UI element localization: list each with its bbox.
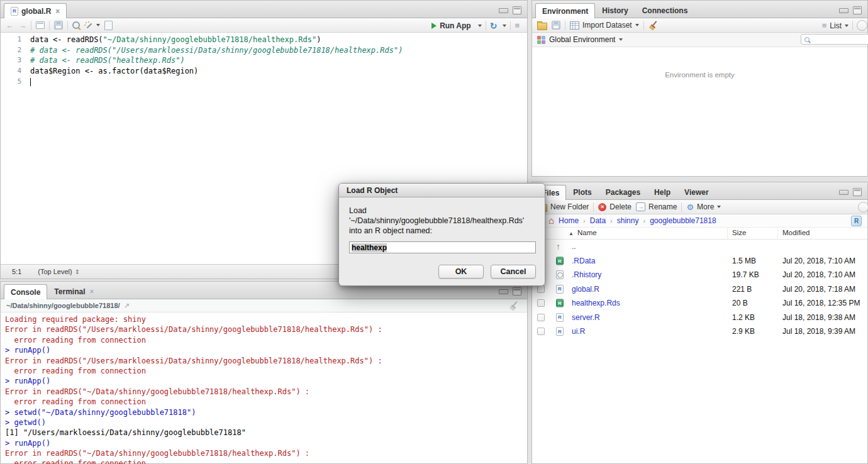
file-name-link[interactable]: global.R	[572, 285, 599, 294]
r-project-icon[interactable]	[851, 216, 862, 226]
object-name-input[interactable]: healthexp	[349, 241, 536, 253]
files-column-headers: ▲ Name Size Modified	[532, 228, 867, 240]
code-line[interactable]: 4data$Region <- as.factor(data$Region)	[1, 66, 527, 77]
breadcrumb-data[interactable]: Data	[590, 216, 606, 225]
clear-console-icon[interactable]	[509, 301, 518, 310]
minimize-icon[interactable]	[499, 289, 508, 294]
list-icon: ≡	[822, 21, 827, 30]
document-outline-icon[interactable]: ≡	[515, 21, 520, 30]
breadcrumb-home[interactable]: Home	[559, 216, 579, 225]
import-table-icon	[570, 21, 579, 30]
search-icon[interactable]	[72, 21, 80, 29]
ok-button[interactable]: OK	[438, 265, 484, 279]
environment-search-input[interactable]	[801, 34, 868, 45]
rename-button[interactable]: Rename	[636, 202, 677, 211]
scope-selector[interactable]: (Top Level) ⇕	[38, 268, 80, 275]
tab-plots[interactable]: Plots	[566, 185, 598, 199]
rstudio-window: { "colors": { "error_red": "#b32424", "c…	[0, 0, 868, 464]
back-icon[interactable]: ←	[6, 21, 14, 30]
cursor-position: 5:1	[12, 268, 21, 275]
file-row[interactable]: Rhealthexp.Rds20 BJul 16, 2018, 12:35 PM	[532, 296, 867, 311]
list-view-button[interactable]: ≡ List	[822, 21, 849, 30]
gear-icon: ⚙	[686, 203, 694, 211]
tab-history[interactable]: History	[595, 3, 635, 18]
console-line: error reading from connection	[5, 458, 527, 464]
tab-connections[interactable]: Connections	[635, 3, 695, 18]
code-line[interactable]: 5	[1, 77, 527, 87]
maximize-icon[interactable]	[853, 188, 862, 196]
file-row[interactable]: .Rhistory19.7 KBJul 20, 2018, 7:10 AM	[532, 268, 867, 282]
file-row[interactable]: Rserver.R1.2 KBJul 18, 2018, 9:38 AM	[532, 311, 867, 325]
code-line[interactable]: 3# data <- readRDS("healthexp.Rds")	[1, 55, 527, 66]
close-icon[interactable]: ×	[89, 287, 94, 296]
code-tools-button[interactable]	[84, 21, 100, 30]
file-name-link[interactable]: ..	[572, 242, 576, 251]
open-directory-icon[interactable]: ↗	[124, 302, 130, 310]
run-app-button[interactable]: Run App	[431, 21, 482, 30]
file-row[interactable]: R.RData1.5 MBJul 20, 2018, 7:10 AM	[532, 254, 867, 268]
import-dataset-button[interactable]: Import Dataset	[570, 21, 639, 30]
column-header-name[interactable]: Name	[577, 229, 597, 236]
open-in-new-window-icon[interactable]	[36, 21, 45, 29]
more-button[interactable]: ⚙ More	[686, 202, 721, 211]
close-icon[interactable]: ×	[55, 7, 60, 16]
file-checkbox[interactable]	[537, 328, 545, 335]
chevron-down-icon	[717, 206, 721, 208]
refresh-icon[interactable]	[858, 202, 868, 213]
column-header-size[interactable]: Size	[732, 229, 746, 236]
column-header-modified[interactable]: Modified	[782, 229, 810, 236]
file-name-link[interactable]: .Rhistory	[572, 270, 601, 279]
breadcrumb-googlebubble[interactable]: googlebubble71818	[650, 216, 716, 225]
console-line: [1] "/Users/markloessi/Data/shinny/googl…	[5, 428, 527, 438]
code-editor[interactable]: 1data <- readRDS("~/Data/shinny/googlebu…	[1, 33, 527, 87]
tab-terminal[interactable]: Terminal ×	[47, 284, 101, 299]
tab-environment[interactable]: Environment	[535, 3, 595, 18]
forward-icon[interactable]: →	[18, 21, 26, 30]
file-row[interactable]: ↑..	[532, 240, 867, 254]
save-icon[interactable]	[54, 21, 63, 30]
file-row[interactable]: Rui.R2.9 KBJul 18, 2018, 9:39 AM	[532, 324, 867, 339]
files-window-buttons	[839, 188, 862, 196]
file-checkbox[interactable]	[537, 314, 545, 321]
console-output[interactable]: Loading required package: shinyError in …	[1, 312, 527, 464]
tab-global-r[interactable]: R global.R ×	[4, 3, 67, 18]
sort-ascending-icon[interactable]: ▲	[569, 231, 574, 236]
tab-viewer[interactable]: Viewer	[677, 185, 715, 199]
tab-help[interactable]: Help	[647, 185, 677, 199]
maximize-icon[interactable]	[513, 6, 521, 14]
clear-environment-icon[interactable]	[648, 21, 658, 30]
file-row[interactable]: Rglobal.R221 BJul 20, 2018, 7:18 AM	[532, 282, 867, 297]
delete-button[interactable]: Delete	[598, 202, 632, 211]
file-checkbox[interactable]	[537, 285, 545, 293]
rerun-button[interactable]: ↻	[490, 21, 507, 30]
file-name-link[interactable]: server.R	[572, 313, 600, 322]
file-name-link[interactable]: ui.R	[572, 327, 585, 336]
environment-scope-selector[interactable]: Global Environment	[549, 35, 615, 44]
code-line[interactable]: 2# data <- readRDS("/Users/markloessi/Da…	[1, 45, 527, 56]
file-name-link[interactable]: .RData	[572, 257, 595, 265]
file-checkbox[interactable]	[537, 299, 545, 307]
refresh-icon[interactable]	[857, 20, 867, 31]
maximize-icon[interactable]	[853, 6, 862, 14]
dialog-title[interactable]: Load R Object	[339, 184, 545, 197]
minimize-icon[interactable]	[839, 8, 849, 13]
up-directory-icon: ↑	[556, 241, 560, 251]
load-workspace-icon[interactable]	[537, 23, 547, 30]
dialog-message-line: '~/Data/shinny/googlebubble71818/healthe…	[349, 216, 535, 226]
minimize-icon[interactable]	[839, 190, 849, 195]
compile-notebook-icon[interactable]	[104, 21, 113, 30]
code-line[interactable]: 1data <- readRDS("~/Data/shinny/googlebu…	[1, 35, 527, 45]
tab-console[interactable]: Console	[4, 284, 47, 299]
file-size: 221 B	[732, 285, 752, 294]
tab-packages[interactable]: Packages	[599, 185, 647, 199]
line-number: 1	[1, 35, 30, 45]
file-name-link[interactable]: healthexp.Rds	[572, 299, 620, 307]
cancel-button[interactable]: Cancel	[491, 265, 536, 279]
home-icon[interactable]: ⌂	[548, 216, 554, 225]
save-workspace-icon[interactable]	[552, 21, 560, 30]
maximize-icon[interactable]	[513, 287, 521, 296]
breadcrumb-shinny[interactable]: shinny	[617, 216, 639, 225]
minimize-icon[interactable]	[499, 8, 508, 13]
file-size: 1.2 KB	[732, 313, 755, 322]
chevron-down-icon[interactable]	[619, 38, 623, 41]
